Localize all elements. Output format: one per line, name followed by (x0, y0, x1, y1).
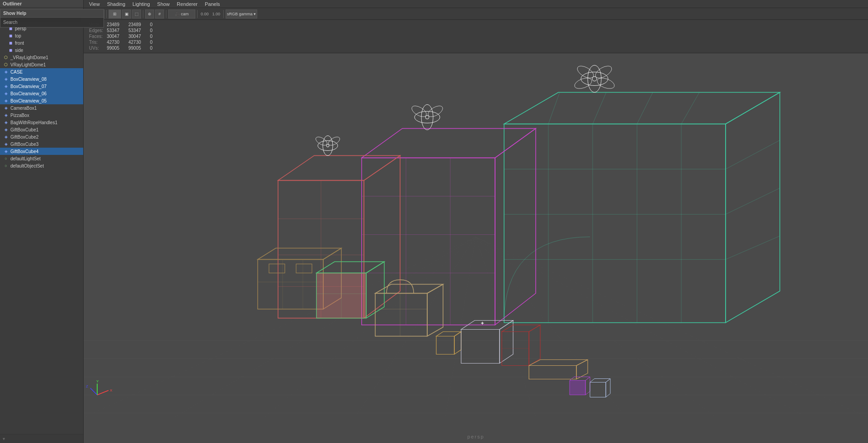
svg-rect-0 (84, 79, 868, 418)
item-label-box07: BoxCleanview_07 (10, 84, 47, 89)
item-label-gift1: GiftBoxCube1 (10, 127, 38, 132)
outliner-item-giftbox3[interactable]: ◈ GiftBoxCube3 (0, 140, 83, 148)
mesh-icon: ◈ (3, 105, 9, 111)
item-label-side: side (15, 48, 23, 53)
light-icon: ⬡ (3, 54, 9, 61)
viewport-canvas[interactable]: ✦ (84, 53, 868, 443)
separator4 (197, 10, 198, 18)
outliner-item-box07[interactable]: ◈ BoxCleanview_07 (0, 83, 83, 90)
outliner-item-box08[interactable]: ◈ BoxCleanview_08 (0, 75, 83, 83)
outliner-item-vraydome[interactable]: ⬡ VRayLightDome1 (0, 61, 83, 68)
outliner-item-camerabox[interactable]: ◈ CameraBox1 (0, 104, 83, 112)
outliner-item-box05[interactable]: ◈ BoxCleanview_05 (0, 97, 83, 104)
item-label-case: CASE (10, 70, 23, 75)
outliner-item-lightset[interactable]: ○ defaultLightSet (0, 155, 83, 162)
snap-btn[interactable]: ⊕ (145, 9, 154, 19)
faces-val1: 30047 (107, 33, 128, 39)
texture-btn[interactable]: ⬚ (132, 9, 141, 19)
grid-btn[interactable]: # (155, 9, 164, 19)
mesh-icon: ◈ (3, 76, 9, 82)
stats-uvs-row: UVs: 99005 99005 0 (89, 45, 152, 51)
verts-val2: 23489 (128, 22, 150, 28)
menu-view[interactable]: View (85, 1, 104, 7)
outliner-item-giftbox1[interactable]: ◈ GiftBoxCube1 (0, 126, 83, 133)
outliner-item-bag[interactable]: ◈ BagWithRopeHandles1 (0, 119, 83, 126)
sidebar-bottom: ▼ (0, 434, 83, 443)
svg-rect-101 (570, 381, 585, 395)
outliner-item-side[interactable]: ◼ side (0, 47, 83, 54)
coord-label1: 0.00 (201, 12, 209, 16)
item-label-camerabox: CameraBox1 (10, 106, 37, 111)
faces-val3: 0 (150, 33, 153, 39)
sidebar-scroll-hint: ▼ (2, 437, 6, 441)
separator3 (166, 10, 166, 18)
outliner-item-front[interactable]: ◼ front (0, 39, 83, 47)
svg-rect-78 (316, 273, 366, 318)
menu-renderer[interactable]: Renderer (173, 1, 201, 7)
separator5 (223, 10, 224, 18)
verts-val3: 0 (150, 22, 153, 28)
item-label-lightset: defaultLightSet (10, 156, 41, 161)
camera-btn[interactable]: 🎥 cam (168, 9, 195, 19)
item-label-gift2: GiftBoxCube2 (10, 135, 38, 140)
outliner-item-pizzabox[interactable]: ◈ PizzaBox (0, 112, 83, 119)
mesh-icon: ◈ (3, 134, 9, 140)
solid-btn[interactable]: ▣ (122, 9, 131, 19)
viewport-label: persp (467, 434, 485, 439)
svg-text:✦: ✦ (480, 320, 485, 326)
menu-panels[interactable]: Panels (201, 1, 224, 7)
edges-val3: 0 (150, 28, 153, 33)
item-label-bag: BagWithRopeHandles1 (10, 120, 57, 125)
stats-tris-row: Tris: 42730 42730 0 (89, 39, 152, 45)
tris-val3: 0 (150, 39, 153, 45)
faces-label: Faces: (89, 33, 107, 39)
dropdown-arrow-icon: ▾ (254, 12, 256, 16)
item-label-pizza: PizzaBox (10, 113, 29, 118)
color-space-dropdown[interactable]: sRGB gamma ▾ (226, 9, 257, 19)
viewport-menubar: View Shading Lighting Show Renderer Pane… (84, 0, 868, 8)
outliner-item-top[interactable]: ◼ top (0, 32, 83, 39)
svg-text:Y: Y (96, 379, 99, 383)
tris-val2: 42730 (128, 39, 150, 45)
stats-faces-row: Faces: 30047 30047 0 (89, 33, 152, 39)
faces-val2: 30047 (128, 33, 150, 39)
mesh-icon: ◈ (3, 98, 9, 104)
menu-show[interactable]: Show (154, 1, 174, 7)
help-panel-body: Search (0, 18, 104, 27)
outliner-item-giftbox2[interactable]: ◈ GiftBoxCube2 (0, 133, 83, 140)
item-label-vray1: _VRayLightDome1 (10, 55, 48, 60)
item-label-box08: BoxCleanview_08 (10, 77, 47, 82)
outliner-list: ◼ persp ◼ top ◼ front ◼ side (0, 25, 83, 434)
camera-icon: ◼ (7, 47, 14, 53)
mesh-icon: ◈ (3, 148, 9, 154)
wireframe-btn[interactable]: ⊞ (108, 9, 121, 19)
item-label-box05: BoxCleanview_05 (10, 98, 47, 103)
svg-text:X: X (110, 388, 113, 392)
viewport-area: View Shading Lighting Show Renderer Pane… (84, 0, 868, 443)
uvs-val2: 99005 (128, 45, 150, 51)
edges-val1: 53347 (107, 28, 128, 33)
camera-icon: ◼ (7, 33, 14, 39)
camera-icon: ◼ (7, 40, 14, 46)
item-label-box06: BoxCleanview_06 (10, 91, 47, 96)
outliner-item-vraydome-grp[interactable]: ⬡ _VRayLightDome1 (0, 54, 83, 61)
mesh-icon: ◈ (3, 141, 9, 147)
item-label-vray2: VRayLightDome1 (10, 62, 46, 67)
menu-lighting[interactable]: Lighting (129, 1, 154, 7)
outliner-item-giftbox4[interactable]: ◈ GiftBoxCube4 (0, 148, 83, 155)
tris-val1: 42730 (107, 39, 128, 45)
outliner-item-objectset[interactable]: ○ defaultObjectSet (0, 162, 83, 169)
help-search-label: Search (3, 20, 18, 25)
viewport-toolbar: ▷ ✛ ⊞ ▣ ⬚ ⊕ # 🎥 cam 0.00 1.00 sRGB gamma… (84, 8, 868, 20)
edges-label: Edges: (89, 28, 107, 33)
stats-edges-row: Edges: 53347 53347 0 (89, 28, 152, 33)
mesh-icon: ◈ (3, 112, 9, 118)
edges-val2: 53347 (128, 28, 150, 33)
outliner-item-box06[interactable]: ◈ BoxCleanview_06 (0, 90, 83, 97)
help-panel-title: Show Help (0, 9, 104, 18)
menu-shading[interactable]: Shading (104, 1, 129, 7)
color-space-label: sRGB gamma (227, 12, 253, 16)
separator (106, 10, 107, 18)
outliner-panel: Outliner Display Show Help Show Help Sea… (0, 0, 84, 443)
outliner-item-case[interactable]: ◈ CASE (0, 68, 83, 75)
